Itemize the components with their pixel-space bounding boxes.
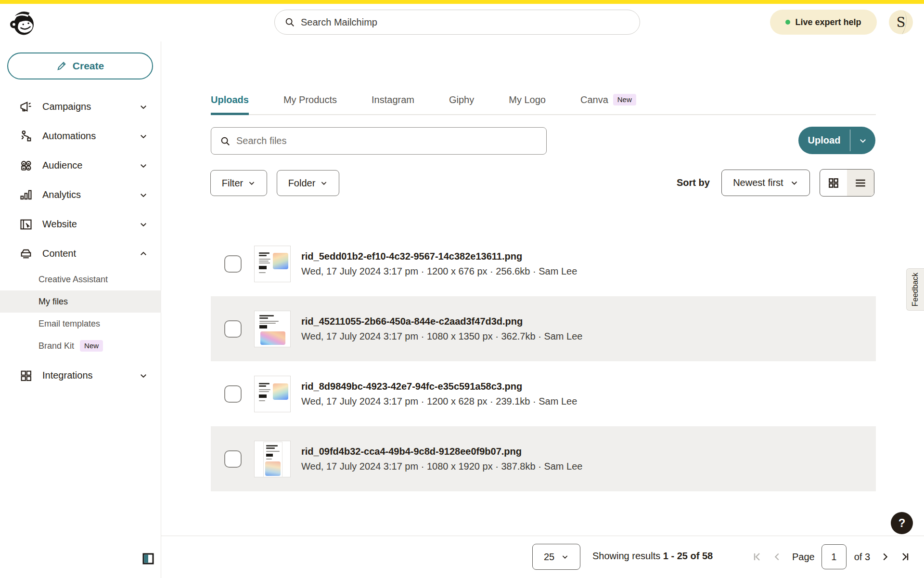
file-thumbnail[interactable] [254,311,291,347]
sidebar-collapse-icon[interactable] [142,553,154,565]
account-avatar[interactable]: S [889,10,913,34]
tab-instagram[interactable]: Instagram [372,94,414,114]
upload-label[interactable]: Upload [798,127,850,154]
app-header: Live expert help S [0,4,924,41]
file-name[interactable]: rid_09fd4b32-cca4-49b4-9c8d-9128ee0f9b07… [301,446,582,457]
content-icon [19,247,33,261]
sidebar-item-label: Analytics [42,189,139,200]
search-icon [220,136,231,146]
file-meta: Wed, 17 July 2024 3:17 pm · 1200 x 628 p… [301,396,577,407]
sub-item-label: My files [38,297,68,307]
sidebar-item-brand-kit[interactable]: Brand Kit New [0,335,161,357]
help-button[interactable]: ? [891,512,913,534]
feedback-tab[interactable]: Feedback [906,268,924,311]
megaphone-icon [19,100,33,114]
sidebar-nav: Campaigns Automations [0,92,161,390]
chevron-down-icon [561,553,569,561]
sort-dropdown[interactable]: Newest first [721,170,810,196]
sidebar-item-my-files[interactable]: My files [0,290,161,313]
create-button[interactable]: Create [7,53,153,79]
tab-my-products[interactable]: My Products [283,94,337,114]
sort-value: Newest first [733,177,783,188]
file-list: rid_5edd01b2-ef10-4c32-9567-14c382e13611… [211,231,876,491]
bar-chart-icon [19,188,33,202]
page-size-dropdown[interactable]: 25 [532,544,580,570]
folder-label: Folder [288,178,316,189]
tab-giphy[interactable]: Giphy [449,94,474,114]
sidebar: Create Campaigns Automations [0,41,161,578]
grid-view-button[interactable] [820,170,847,196]
tab-uploads[interactable]: Uploads [211,94,249,114]
global-search-input[interactable] [301,17,630,28]
mailchimp-logo[interactable] [9,8,37,38]
sidebar-item-website[interactable]: Website [0,210,161,239]
file-name[interactable]: rid_8d9849bc-4923-42e7-94fc-e35c591a58c3… [301,381,577,392]
sidebar-item-label: Audience [42,160,139,171]
file-name[interactable]: rid_5edd01b2-ef10-4c32-9567-14c382e13611… [301,251,577,262]
grid-view-icon [827,177,840,189]
file-checkbox[interactable] [224,385,242,403]
sidebar-item-audience[interactable]: Audience [0,151,161,180]
file-thumbnail[interactable] [254,441,291,477]
list-view-button[interactable] [847,170,874,196]
file-checkbox[interactable] [224,255,242,273]
chevron-down-icon [139,371,148,380]
live-expert-help-label: Live expert help [795,17,861,27]
folder-dropdown[interactable]: Folder [277,170,339,196]
search-icon [284,17,295,27]
tab-label: Uploads [211,94,249,105]
sidebar-item-automations[interactable]: Automations [0,121,161,151]
previous-page-icon[interactable] [771,551,783,563]
pencil-icon [56,61,67,71]
first-page-icon[interactable] [751,551,763,563]
website-icon [19,218,33,231]
sidebar-item-label: Automations [42,131,139,142]
file-thumbnail[interactable] [254,376,291,412]
sidebar-item-content[interactable]: Content [0,239,161,268]
sidebar-item-email-templates[interactable]: Email templates [0,313,161,335]
sidebar-item-integrations[interactable]: Integrations [0,361,161,390]
chevron-down-icon [139,132,148,141]
sort-by-label: Sort by [677,177,710,188]
brand-yellow-bar [0,0,924,4]
live-expert-help-button[interactable]: Live expert help [770,10,877,35]
sidebar-item-label: Integrations [42,370,139,381]
file-thumbnail[interactable] [254,246,291,282]
chevron-down-icon [139,103,148,111]
sidebar-item-creative-assistant[interactable]: Creative Assistant [0,268,161,290]
sidebar-item-campaigns[interactable]: Campaigns [0,92,161,121]
tab-canva[interactable]: Canva New [580,94,636,114]
sidebar-item-analytics[interactable]: Analytics [0,180,161,210]
upload-split-button[interactable]: Upload [798,127,875,154]
table-row: rid_8d9849bc-4923-42e7-94fc-e35c591a58c3… [211,361,876,426]
page-number-value: 1 [831,552,836,563]
integrations-grid-icon [19,369,33,382]
filter-label: Filter [222,178,243,189]
next-page-icon[interactable] [879,551,891,563]
chevron-down-icon [790,179,798,187]
results-summary-prefix: Showing results [592,551,663,561]
chevron-down-icon[interactable] [850,127,875,154]
page-label: Page [792,552,815,563]
file-checkbox[interactable] [224,320,242,338]
tab-my-logo[interactable]: My Logo [509,94,546,114]
file-name[interactable]: rid_45211055-2b66-450a-844e-c2aad3f47d3d… [301,316,582,327]
files-search-input[interactable] [236,135,538,146]
table-row: rid_5edd01b2-ef10-4c32-9567-14c382e13611… [211,231,876,296]
audience-icon [19,159,33,172]
file-text: rid_45211055-2b66-450a-844e-c2aad3f47d3d… [301,316,582,342]
page-number-input[interactable]: 1 [821,544,847,569]
new-badge: New [80,340,103,352]
create-label: Create [73,60,104,72]
last-page-icon[interactable] [899,551,911,563]
online-status-dot [785,20,790,25]
filter-dropdown[interactable]: Filter [210,170,267,196]
sub-item-label: Brand Kit [38,341,74,351]
sort-area: Sort by Newest first [677,169,874,197]
page-size-value: 25 [544,552,554,563]
chevron-down-icon [320,179,328,187]
file-text: rid_5edd01b2-ef10-4c32-9567-14c382e13611… [301,251,577,277]
file-meta: Wed, 17 July 2024 3:17 pm · 1200 x 676 p… [301,266,577,277]
file-checkbox[interactable] [224,450,242,468]
content-tabs: Uploads My Products Instagram Giphy My L… [211,94,876,115]
